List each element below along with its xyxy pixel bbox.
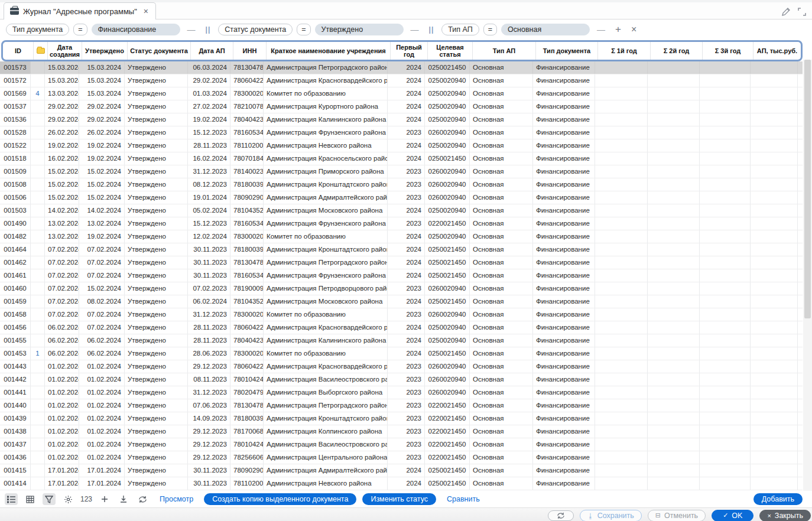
cell-id[interactable]: 001522	[0, 139, 31, 152]
cell-date_ap[interactable]: 31.12.2023	[188, 165, 230, 178]
cell-date_approved[interactable]: 29.02.2024	[79, 100, 125, 113]
cell-id[interactable]: 001442	[0, 373, 31, 386]
cell-ap_type[interactable]: Основная	[470, 464, 533, 477]
cell-ap_rub[interactable]	[751, 256, 798, 269]
cell-ap_type[interactable]: Основная	[470, 61, 533, 74]
cell-folder[interactable]	[31, 126, 45, 139]
cell-date_approved[interactable]: 15.03.2024	[79, 74, 125, 87]
cell-date_approved[interactable]: 01.02.2024	[79, 360, 125, 373]
cell-sum_y3[interactable]	[700, 74, 751, 87]
cell-sum_y1[interactable]	[595, 113, 648, 126]
column-header-inn[interactable]: ИНН	[233, 42, 267, 60]
cell-sum_y2[interactable]	[648, 334, 700, 347]
cell-org_name[interactable]: Комитет по образованию	[264, 308, 388, 321]
column-header-folder[interactable]	[34, 42, 48, 60]
cell-ap_type[interactable]: Основная	[470, 74, 533, 87]
cell-org_name[interactable]: Комитет по образованию	[264, 87, 388, 100]
cell-org_name[interactable]: Администрация Адмиралтейского района	[264, 464, 388, 477]
cell-target_article[interactable]: 0220021450	[425, 451, 470, 464]
cell-date_created[interactable]: 06.02.2024	[45, 321, 79, 334]
cell-ap_rub[interactable]	[751, 165, 798, 178]
tab-close-icon[interactable]: ×	[144, 6, 148, 16]
cell-doc_type[interactable]: Финансирование	[533, 321, 595, 334]
cell-ap_rub[interactable]	[751, 360, 798, 373]
cell-doc_type[interactable]: Финансирование	[533, 165, 595, 178]
cell-inn[interactable]: 781900099	[230, 282, 264, 295]
cell-doc_type[interactable]: Финансирование	[533, 100, 595, 113]
cell-folder[interactable]	[31, 373, 45, 386]
cell-target_article[interactable]: 0250021450	[425, 256, 470, 269]
cell-date_approved[interactable]: 17.01.2024	[79, 464, 125, 477]
cell-target_article[interactable]: 0220021450	[425, 217, 470, 230]
cell-ap_type[interactable]: Основная	[470, 308, 533, 321]
cell-date_ap[interactable]: 29.12.2023	[188, 425, 230, 438]
cell-date_ap[interactable]: 29.02.2024	[188, 74, 230, 87]
filter-or-icon[interactable]: ||	[426, 25, 437, 34]
filter-field[interactable]: Статус документа	[218, 24, 293, 35]
table-row[interactable]: 001453106.02.202406.02.2024Утверждено28.…	[0, 347, 803, 360]
cell-id[interactable]: 001414	[0, 477, 31, 490]
cell-first_year[interactable]: 2024	[388, 347, 425, 360]
cell-ap_rub[interactable]	[751, 113, 798, 126]
cell-sum_y1[interactable]	[595, 373, 648, 386]
cell-sum_y2[interactable]	[648, 178, 700, 191]
cell-target_article[interactable]: 0220021450	[425, 399, 470, 412]
cell-date_approved[interactable]: 01.02.2024	[79, 399, 125, 412]
cell-date_approved[interactable]: 15.02.2024	[79, 282, 125, 295]
cell-date_ap[interactable]: 05.02.2024	[188, 204, 230, 217]
counter-123-button[interactable]: 123	[80, 495, 92, 503]
cell-ap_rub[interactable]	[751, 87, 798, 100]
table-row[interactable]: 00143801.02.202401.02.2024Утверждено29.1…	[0, 425, 803, 438]
cell-org_name[interactable]: Администрация Красногвардейского района	[264, 74, 388, 87]
cell-date_approved[interactable]: 01.02.2024	[79, 451, 125, 464]
cell-ap_rub[interactable]	[751, 282, 798, 295]
cell-doc_type[interactable]: Финансирование	[533, 217, 595, 230]
column-header-doc_type[interactable]: Тип документа	[536, 42, 598, 60]
cell-doc_status[interactable]: Утверждено	[125, 191, 188, 204]
cell-inn[interactable]: 781304783	[230, 61, 264, 74]
table-row[interactable]: 00153729.02.202429.02.2024Утверждено27.0…	[0, 100, 803, 113]
cell-inn[interactable]: 781102009	[230, 477, 264, 490]
filter-add-icon[interactable]: +	[612, 24, 624, 35]
cell-inn[interactable]: 783000205	[230, 308, 264, 321]
cell-date_approved[interactable]: 08.02.2024	[79, 295, 125, 308]
change-status-button[interactable]: Изменить статус	[362, 493, 436, 505]
table-row[interactable]: 00144001.02.202401.02.2024Утверждено07.0…	[0, 399, 803, 412]
cell-ap_type[interactable]: Основная	[470, 373, 533, 386]
cell-first_year[interactable]: 2023	[388, 438, 425, 451]
cell-sum_y1[interactable]	[595, 61, 648, 74]
cell-date_created[interactable]: 29.02.2024	[45, 100, 79, 113]
cell-ap_rub[interactable]	[751, 386, 798, 399]
cell-folder[interactable]	[31, 464, 45, 477]
cell-sum_y2[interactable]	[648, 152, 700, 165]
cell-first_year[interactable]: 2023	[388, 386, 425, 399]
cell-ap_type[interactable]: Основная	[470, 295, 533, 308]
table-row[interactable]: 001569413.03.202415.03.2024Утверждено01.…	[0, 87, 803, 100]
cell-inn[interactable]: 782100780	[230, 100, 264, 113]
cell-doc_type[interactable]: Финансирование	[533, 360, 595, 373]
cell-doc_type[interactable]: Финансирование	[533, 373, 595, 386]
cell-sum_y2[interactable]	[648, 399, 700, 412]
cell-org_name[interactable]: Администрация Фрунзенского района	[264, 269, 388, 282]
cell-target_article[interactable]: 0260020940	[425, 386, 470, 399]
cell-date_approved[interactable]: 07.02.2024	[79, 321, 125, 334]
table-row[interactable]: 00146007.02.202415.02.2024Утверждено07.0…	[0, 282, 803, 295]
cell-inn[interactable]: 781605344	[230, 126, 264, 139]
table-row[interactable]: 00145506.02.202406.02.2024Утверждено28.1…	[0, 334, 803, 347]
cell-date_ap[interactable]: 30.11.2023	[188, 269, 230, 282]
cell-folder[interactable]	[31, 269, 45, 282]
filter-value[interactable]: Основная	[501, 24, 590, 35]
cell-date_ap[interactable]: 01.03.2024	[188, 87, 230, 100]
cell-date_ap[interactable]: 06.02.2024	[188, 295, 230, 308]
cell-ap_rub[interactable]	[751, 399, 798, 412]
cell-sum_y1[interactable]	[595, 464, 648, 477]
cell-sum_y1[interactable]	[595, 308, 648, 321]
table-row[interactable]: 00149013.02.202413.02.2024Утверждено15.1…	[0, 217, 803, 230]
cell-date_ap[interactable]: 07.02.2023	[188, 282, 230, 295]
cell-first_year[interactable]: 2023	[388, 217, 425, 230]
cell-doc_status[interactable]: Утверждено	[125, 139, 188, 152]
cell-ap_type[interactable]: Основная	[470, 256, 533, 269]
cell-id[interactable]: 001506	[0, 191, 31, 204]
cell-ap_type[interactable]: Основная	[470, 139, 533, 152]
cell-doc_type[interactable]: Финансирование	[533, 178, 595, 191]
